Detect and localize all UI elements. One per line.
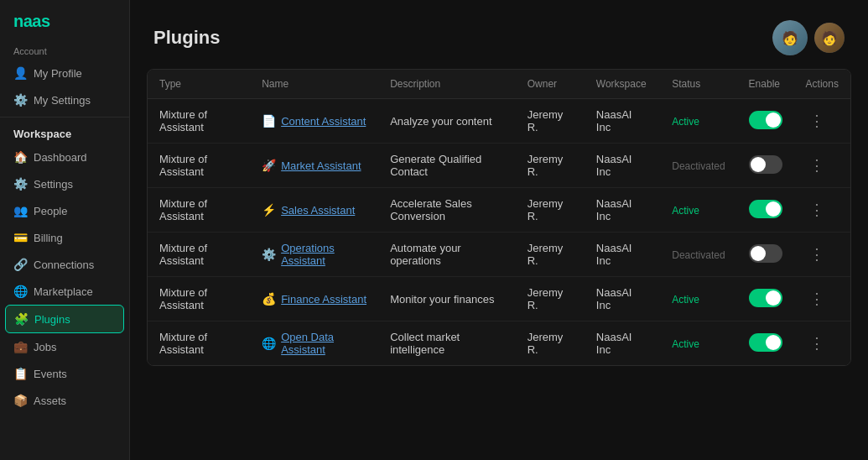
sidebar-item-my-settings[interactable]: ⚙️ My Settings <box>0 86 129 113</box>
cell-enable-5[interactable] <box>737 321 794 366</box>
cell-type-2: Mixture of Assistant <box>148 188 250 233</box>
more-button-0[interactable]: ⋮ <box>806 113 828 128</box>
sidebar-label-people: People <box>34 205 67 217</box>
cell-enable-1[interactable] <box>737 144 794 188</box>
more-button-2[interactable]: ⋮ <box>806 202 828 217</box>
plugin-link-4[interactable]: Finance Assistant <box>281 293 366 306</box>
col-enable: Enable <box>737 70 794 99</box>
more-button-1[interactable]: ⋮ <box>806 158 828 173</box>
toggle-thumb-1 <box>751 157 766 172</box>
toggle-1[interactable] <box>749 155 782 174</box>
sidebar-label-assets: Assets <box>34 395 66 407</box>
cell-workspace-2: NaasAI Inc <box>585 188 660 233</box>
cell-enable-2[interactable] <box>737 188 794 233</box>
cell-status-5: Active <box>660 321 736 366</box>
cell-owner-4: Jeremy R. <box>516 277 585 321</box>
plugins-table: Type Name Description Owner Workspace St… <box>148 70 850 365</box>
sidebar-item-my-profile[interactable]: 👤 My Profile <box>0 60 129 86</box>
plugin-link-1[interactable]: Market Assistant <box>281 159 361 172</box>
assets-icon: 📦 <box>13 394 27 407</box>
profile-icon: 👤 <box>13 66 27 80</box>
sidebar-item-billing[interactable]: 💳 Billing <box>0 224 129 251</box>
sidebar-item-marketplace[interactable]: 🌐 Marketplace <box>0 278 129 305</box>
cell-owner-0: Jeremy R. <box>516 99 585 144</box>
more-button-5[interactable]: ⋮ <box>806 336 828 351</box>
toggle-3[interactable] <box>749 244 782 263</box>
plugins-table-container: Type Name Description Owner Workspace St… <box>147 69 851 366</box>
toggle-5[interactable] <box>749 333 782 352</box>
col-actions: Actions <box>794 70 850 99</box>
page-header: Plugins 🧑 🧑 <box>130 0 868 69</box>
toggle-track-5[interactable] <box>749 333 782 352</box>
status-badge-5: Active <box>672 338 699 350</box>
header-avatars: 🧑 🧑 <box>772 20 845 55</box>
cell-desc-0: Analyze your content <box>378 99 516 144</box>
workspace-section-label: Workspace <box>0 121 129 144</box>
avatar-img-secondary: 🧑 <box>814 23 845 53</box>
toggle-0[interactable] <box>749 111 782 129</box>
dashboard-icon: 🏠 <box>13 150 27 164</box>
sidebar-item-people[interactable]: 👥 People <box>0 197 129 224</box>
jobs-icon: 💼 <box>13 340 27 353</box>
table-header: Type Name Description Owner Workspace St… <box>148 70 850 99</box>
cell-desc-4: Monitor your finances <box>378 277 516 321</box>
toggle-track-3[interactable] <box>749 244 782 263</box>
cell-name-1: 🚀 Market Assistant <box>250 144 378 188</box>
toggle-4[interactable] <box>749 289 782 307</box>
cell-actions-1: ⋮ <box>794 144 850 188</box>
sidebar-item-assets[interactable]: 📦 Assets <box>0 387 129 414</box>
cell-workspace-3: NaasAI Inc <box>585 233 660 277</box>
col-description: Description <box>378 70 516 99</box>
cell-enable-3[interactable] <box>737 233 794 277</box>
cell-enable-0[interactable] <box>737 99 794 144</box>
sidebar-item-jobs[interactable]: 💼 Jobs <box>0 333 129 360</box>
sidebar-item-settings[interactable]: ⚙️ Settings <box>0 170 129 197</box>
cell-status-2: Active <box>660 188 736 233</box>
cell-enable-4[interactable] <box>737 277 794 321</box>
page-title: Plugins <box>153 27 220 49</box>
cell-owner-3: Jeremy R. <box>516 233 585 277</box>
sidebar-label-marketplace: Marketplace <box>34 285 93 298</box>
divider-1 <box>0 117 129 118</box>
sidebar-item-plugins[interactable]: 🧩 Plugins <box>5 305 124 333</box>
cell-type-0: Mixture of Assistant <box>148 99 250 144</box>
cell-workspace-1: NaasAI Inc <box>585 144 660 188</box>
cell-type-5: Mixture of Assistant <box>148 321 250 366</box>
plugin-emoji-1: 🚀 <box>262 159 276 172</box>
cell-actions-4: ⋮ <box>794 277 850 321</box>
toggle-track-0[interactable] <box>749 111 782 129</box>
toggle-thumb-5 <box>766 335 781 350</box>
toggle-track-4[interactable] <box>749 289 782 307</box>
plugin-link-3[interactable]: Operations Assistant <box>281 242 366 267</box>
plugin-link-0[interactable]: Content Assistant <box>281 115 366 128</box>
sidebar-item-events[interactable]: 📋 Events <box>0 360 129 387</box>
table-header-row: Type Name Description Owner Workspace St… <box>148 70 850 99</box>
cell-actions-5: ⋮ <box>794 321 850 366</box>
cell-status-4: Active <box>660 277 736 321</box>
table-row: Mixture of Assistant 📄 Content Assistant… <box>148 99 850 144</box>
events-icon: 📋 <box>13 367 27 380</box>
more-button-4[interactable]: ⋮ <box>806 291 828 306</box>
cell-type-1: Mixture of Assistant <box>148 144 250 188</box>
sidebar-item-dashboard[interactable]: 🏠 Dashboard <box>0 144 129 170</box>
cell-desc-1: Generate Qualified Contact <box>378 144 516 188</box>
avatar-img-primary: 🧑 <box>772 20 808 55</box>
plugin-link-5[interactable]: Open Data Assistant <box>281 331 366 356</box>
cell-workspace-5: NaasAI Inc <box>585 321 660 366</box>
marketplace-icon: 🌐 <box>13 285 27 298</box>
table-row: Mixture of Assistant ⚙️ Operations Assis… <box>148 233 850 277</box>
plugin-link-2[interactable]: Sales Assistant <box>281 204 355 217</box>
sidebar-label-my-settings: My Settings <box>34 94 91 107</box>
sidebar-item-connections[interactable]: 🔗 Connections <box>0 251 129 278</box>
more-button-3[interactable]: ⋮ <box>806 247 828 262</box>
toggle-track-1[interactable] <box>749 155 782 174</box>
col-status: Status <box>660 70 736 99</box>
logo: naas <box>0 0 129 39</box>
col-type: Type <box>148 70 250 99</box>
status-badge-1: Deactivated <box>672 160 725 172</box>
toggle-2[interactable] <box>749 200 782 218</box>
people-icon: 👥 <box>13 204 27 217</box>
toggle-track-2[interactable] <box>749 200 782 218</box>
cell-type-3: Mixture of Assistant <box>148 233 250 277</box>
cell-workspace-4: NaasAI Inc <box>585 277 660 321</box>
